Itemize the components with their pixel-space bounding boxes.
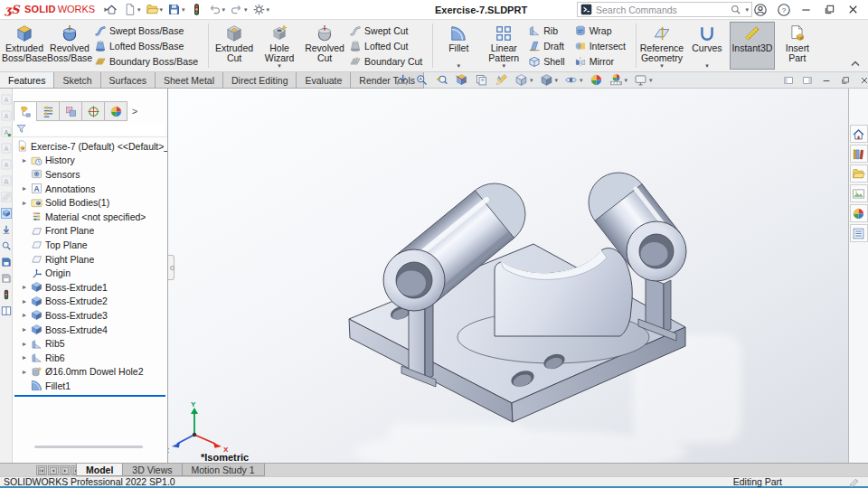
- zoom-to-fit-button[interactable]: [395, 73, 409, 87]
- nav-next-button[interactable]: [60, 465, 71, 475]
- taskpane-home-button[interactable]: [850, 125, 868, 143]
- dropdown-caret-icon[interactable]: ▾: [503, 62, 506, 70]
- tree-item-history[interactable]: ▸History: [13, 154, 167, 168]
- search-caret-icon[interactable]: ▾: [745, 6, 749, 13]
- left-tool-1-button[interactable]: A: [1, 94, 12, 105]
- view-orientation-button[interactable]: ▾: [514, 73, 533, 87]
- tree-item-rib6[interactable]: ▸Rib6: [13, 351, 167, 365]
- search-commands-box[interactable]: Search Commands ▾: [577, 2, 752, 17]
- dropdown-caret-icon[interactable]: ▾: [458, 62, 461, 70]
- undo-button[interactable]: ▾: [208, 3, 226, 16]
- ribbon-button-wrap[interactable]: Wrap: [572, 23, 633, 38]
- dropdown-caret-icon[interactable]: ▾: [160, 6, 164, 13]
- ribbon-button-instant3d[interactable]: Instant3D: [730, 22, 775, 70]
- bottom-tab-motion-study-1[interactable]: Motion Study 1: [182, 464, 265, 476]
- dropdown-caret-icon[interactable]: ▾: [530, 77, 533, 83]
- dropdown-caret-icon[interactable]: ▾: [580, 77, 583, 83]
- ribbon-button-lofted-boss-base[interactable]: Lofted Boss/Base: [92, 38, 205, 53]
- ribbon-button-revolved-cut[interactable]: Revolved Cut: [302, 22, 347, 70]
- left-tool-11-button[interactable]: [1, 257, 12, 267]
- home-button[interactable]: [105, 3, 118, 16]
- ribbon-button-revolved-boss-base[interactable]: Revolved Boss/Base: [47, 22, 92, 70]
- ribbon-button-insert-part[interactable]: Insert Part: [775, 22, 820, 70]
- bottom-tab-model[interactable]: Model: [76, 464, 123, 476]
- options-button[interactable]: ▾: [252, 3, 270, 16]
- tree-item-solid-bodies-1[interactable]: ▸Solid Bodies(1): [13, 195, 167, 210]
- help-button[interactable]: ?: [777, 3, 791, 19]
- nav-first-button[interactable]: [36, 465, 47, 475]
- tree-item-annotations[interactable]: ▸AAnnotations: [13, 182, 167, 196]
- left-tool-4-button[interactable]: A: [1, 143, 12, 154]
- ribbon-button-draft[interactable]: Draft: [526, 38, 571, 53]
- expand-arrow-icon[interactable]: ▸: [21, 325, 28, 333]
- left-tool-9-button[interactable]: [1, 224, 12, 235]
- fm-tab-configurationmanager[interactable]: [59, 101, 82, 121]
- expand-arrow-icon[interactable]: ▸: [21, 340, 28, 348]
- left-tool-2-button[interactable]: A: [1, 110, 12, 121]
- collapse-ribbon-button[interactable]: [850, 60, 861, 68]
- expand-arrow-icon[interactable]: ▸: [21, 184, 28, 192]
- left-tool-8-button[interactable]: [1, 208, 12, 219]
- tree-item-fillet1[interactable]: Fillet1: [13, 379, 167, 393]
- tab-sheet-metal[interactable]: Sheet Metal: [155, 72, 223, 89]
- left-tool-10-button[interactable]: [1, 240, 12, 251]
- fm-tab-propertymanager[interactable]: [36, 101, 60, 121]
- left-tool-7-button[interactable]: [1, 192, 12, 202]
- section-view-button[interactable]: [455, 73, 468, 87]
- left-tool-12-button[interactable]: [1, 273, 12, 284]
- ribbon-button-lofted-cut[interactable]: Lofted Cut: [347, 38, 429, 53]
- tree-item-material-not-specified[interactable]: Material <not specified>: [13, 210, 167, 224]
- taskpane-file-explorer-button[interactable]: [850, 164, 868, 183]
- zoom-to-area-button[interactable]: [415, 73, 429, 87]
- dropdown-caret-icon[interactable]: ▾: [278, 62, 281, 70]
- expand-arrow-icon[interactable]: ▸: [21, 368, 28, 376]
- edit-appearance-button[interactable]: [590, 73, 603, 87]
- window-close-button[interactable]: [846, 3, 860, 18]
- left-tool-6-button[interactable]: [1, 175, 12, 186]
- dropdown-caret-icon[interactable]: ▾: [222, 6, 226, 13]
- tree-item-root[interactable]: Exercise-7 (Default) <<Default>_Displa: [13, 139, 167, 154]
- new-document-button[interactable]: ▾: [123, 3, 141, 16]
- ribbon-button-hole-wizard[interactable]: Hole Wizard▾: [257, 22, 302, 70]
- rollback-bar[interactable]: [14, 395, 165, 397]
- ribbon-button-boundary-boss-base[interactable]: Boundary Boss/Base: [92, 54, 205, 70]
- tree-item-sensors[interactable]: Sensors: [13, 167, 167, 182]
- left-tool-14-button[interactable]: [1, 305, 12, 316]
- tree-item-origin[interactable]: Origin: [13, 266, 167, 280]
- fm-tab-dimxpertmanager[interactable]: [81, 101, 105, 121]
- expand-arrow-icon[interactable]: ▸: [21, 297, 28, 305]
- expand-arrow-icon[interactable]: ▸: [21, 199, 28, 207]
- taskpane-design-library-button[interactable]: [850, 145, 868, 163]
- dropdown-caret-icon[interactable]: ▾: [244, 6, 248, 13]
- open-button[interactable]: ▾: [146, 3, 164, 16]
- taskpane-view-palette-button[interactable]: [850, 184, 868, 202]
- sign-in-button[interactable]: [753, 3, 768, 19]
- ribbon-button-boundary-cut[interactable]: Boundary Cut: [347, 54, 429, 70]
- ribbon-button-swept-cut[interactable]: Swept Cut: [347, 23, 429, 38]
- expand-arrow-icon[interactable]: ▸: [21, 156, 28, 164]
- expand-arrow-icon[interactable]: ▸: [21, 353, 28, 361]
- doc-pane-left-button[interactable]: [783, 75, 794, 88]
- doc-pane-right-button[interactable]: [802, 75, 813, 88]
- expand-arrow-icon[interactable]: ▸: [21, 311, 28, 319]
- solidworks-logo[interactable]: ʒS SOLIDWORKS ▸: [5, 2, 108, 16]
- ribbon-button-shell[interactable]: Shell: [526, 54, 571, 70]
- bottom-tab-3d-views[interactable]: 3D Views: [122, 464, 182, 476]
- nav-previous-button[interactable]: [48, 465, 59, 475]
- search-magnifier-icon[interactable]: [730, 4, 741, 15]
- ribbon-button-linear-pattern[interactable]: Linear Pattern▾: [481, 22, 526, 70]
- fm-tab-displaymanager[interactable]: [104, 101, 127, 121]
- taskpane-custom-properties-button[interactable]: [850, 224, 868, 242]
- save-button[interactable]: ▾: [167, 3, 185, 16]
- tab-sketch[interactable]: Sketch: [53, 72, 100, 89]
- tree-item-boss-extrude1[interactable]: ▸Boss-Extrude1: [13, 280, 167, 295]
- doc-restore-button[interactable]: [840, 75, 851, 88]
- doc-minimize-button[interactable]: [821, 75, 832, 88]
- fm-tabs-expand-button[interactable]: >: [127, 101, 142, 121]
- left-tool-5-button[interactable]: A: [1, 159, 12, 170]
- left-tool-13-button[interactable]: [1, 289, 12, 300]
- tree-item-front-plane[interactable]: Front Plane: [13, 224, 167, 239]
- display-style-button[interactable]: ▾: [540, 73, 559, 87]
- doc-close-button[interactable]: [859, 75, 868, 88]
- tab-surfaces[interactable]: Surfaces: [100, 72, 156, 89]
